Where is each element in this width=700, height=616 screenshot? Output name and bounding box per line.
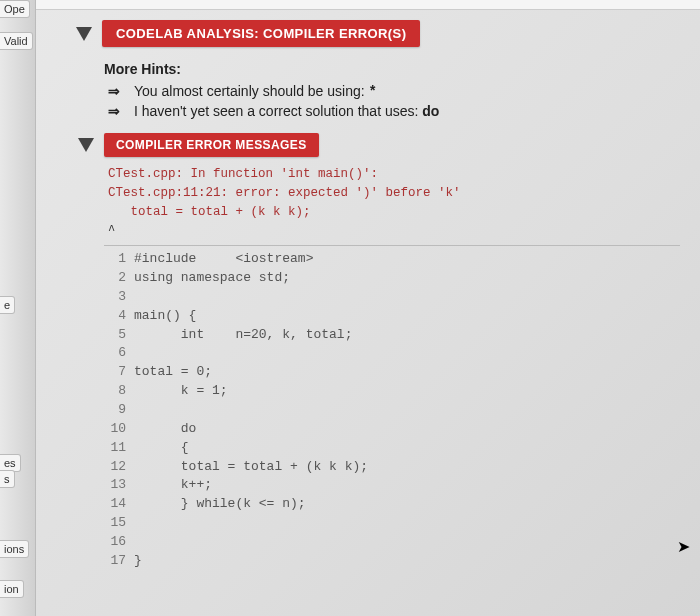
line-number: 11 [104, 439, 134, 458]
main-content: CODELAB ANALYSIS: COMPILER ERROR(S) More… [36, 0, 700, 616]
line-number: 5 [104, 326, 134, 345]
left-rail: OpeValideessionsion [0, 0, 36, 616]
code-line: 1#include <iostream> [104, 250, 680, 269]
code-line: 12 total = total + (k k k); [104, 458, 680, 477]
line-number: 4 [104, 307, 134, 326]
code-line: 8 k = 1; [104, 382, 680, 401]
line-number: 6 [104, 344, 134, 363]
hints-title: More Hints: [104, 61, 680, 77]
hint-arrow-icon: ⇒ [104, 103, 120, 119]
code-line: 16 [104, 533, 680, 552]
compiler-header: COMPILER ERROR MESSAGES [78, 133, 680, 157]
code-text: k++; [134, 476, 212, 495]
code-line: 4main() { [104, 307, 680, 326]
hint-text: You almost certainly should be using: * [134, 83, 680, 100]
line-number: 14 [104, 495, 134, 514]
line-number: 13 [104, 476, 134, 495]
left-tab[interactable]: ion [0, 580, 24, 598]
line-number: 7 [104, 363, 134, 382]
code-line: 17} [104, 552, 680, 571]
code-line: 10 do [104, 420, 680, 439]
line-number: 3 [104, 288, 134, 307]
code-line: 7total = 0; [104, 363, 680, 382]
line-number: 15 [104, 514, 134, 533]
code-line: 2using namespace std; [104, 269, 680, 288]
line-number: 9 [104, 401, 134, 420]
hint-row: ⇒I haven't yet seen a correct solution t… [104, 103, 680, 119]
analysis-badge: CODELAB ANALYSIS: COMPILER ERROR(S) [102, 20, 420, 47]
code-text: do [134, 420, 196, 439]
code-line: 3 [104, 288, 680, 307]
code-listing: 1#include <iostream>2using namespace std… [104, 245, 680, 570]
analysis-header: CODELAB ANALYSIS: COMPILER ERROR(S) [76, 20, 680, 47]
code-text: total = total + (k k k); [134, 458, 368, 477]
code-text: using namespace std; [134, 269, 290, 288]
code-line: 15 [104, 514, 680, 533]
hint-text: I haven't yet seen a correct solution th… [134, 103, 680, 119]
compiler-error-text: CTest.cpp: In function 'int main()': CTe… [108, 165, 680, 221]
collapse-icon[interactable] [78, 138, 94, 152]
code-text: #include <iostream> [134, 250, 313, 269]
left-tab[interactable]: e [0, 296, 15, 314]
left-tab[interactable]: ions [0, 540, 29, 558]
code-text: } while(k <= n); [134, 495, 306, 514]
code-line: 9 [104, 401, 680, 420]
compiler-badge: COMPILER ERROR MESSAGES [104, 133, 319, 157]
left-tab[interactable]: Valid [0, 32, 33, 50]
code-text: } [134, 552, 142, 571]
mouse-cursor-icon: ➤ [677, 537, 690, 556]
left-tab[interactable]: Ope [0, 0, 30, 18]
code-line: 5 int n=20, k, total; [104, 326, 680, 345]
line-number: 16 [104, 533, 134, 552]
left-tab[interactable]: s [0, 470, 15, 488]
code-line: 6 [104, 344, 680, 363]
collapse-icon[interactable] [76, 27, 92, 41]
line-number: 12 [104, 458, 134, 477]
code-text: int n=20, k, total; [134, 326, 352, 345]
hint-row: ⇒You almost certainly should be using: * [104, 83, 680, 100]
line-number: 2 [104, 269, 134, 288]
compiler-error-caret: ^ [108, 225, 680, 237]
code-text: total = 0; [134, 363, 212, 382]
hint-arrow-icon: ⇒ [104, 83, 120, 99]
line-number: 1 [104, 250, 134, 269]
line-number: 8 [104, 382, 134, 401]
code-text: k = 1; [134, 382, 228, 401]
code-line: 11 { [104, 439, 680, 458]
line-number: 10 [104, 420, 134, 439]
code-text: { [134, 439, 189, 458]
line-number: 17 [104, 552, 134, 571]
code-line: 14 } while(k <= n); [104, 495, 680, 514]
code-text: main() { [134, 307, 196, 326]
top-bar [36, 0, 700, 10]
code-line: 13 k++; [104, 476, 680, 495]
